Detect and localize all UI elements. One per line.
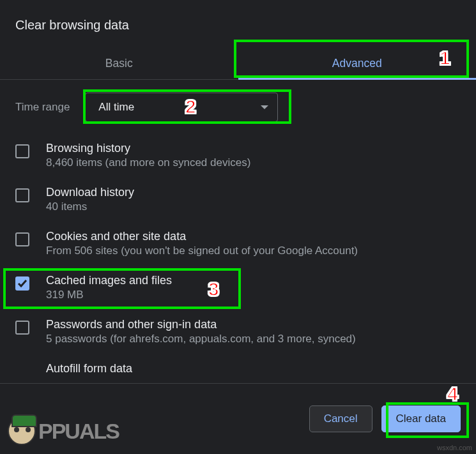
option-passwords[interactable]: Passwords and other sign-in data 5 passw… bbox=[0, 310, 476, 354]
option-text: Cached images and files 319 MB bbox=[46, 274, 172, 301]
option-cookies[interactable]: Cookies and other site data From 506 sit… bbox=[0, 222, 476, 266]
tab-basic-label: Basic bbox=[105, 57, 133, 70]
option-title: Download history bbox=[46, 186, 134, 199]
option-title: Browsing history bbox=[46, 142, 250, 155]
tab-advanced[interactable]: Advanced bbox=[238, 47, 477, 79]
option-title: Cookies and other site data bbox=[46, 230, 358, 243]
option-title: Passwords and other sign-in data bbox=[46, 318, 356, 331]
option-download-history[interactable]: Download history 40 items bbox=[0, 178, 476, 222]
option-autofill-title: Autofill form data bbox=[0, 354, 476, 375]
checkbox-browsing-history[interactable] bbox=[15, 144, 29, 158]
option-cached[interactable]: Cached images and files 319 MB bbox=[0, 266, 476, 310]
option-browsing-history[interactable]: Browsing history 8,460 items (and more o… bbox=[0, 133, 476, 178]
option-title: Cached images and files bbox=[46, 274, 172, 287]
checkbox-passwords[interactable] bbox=[15, 321, 29, 335]
option-text: Browsing history 8,460 items (and more o… bbox=[46, 142, 250, 169]
tab-basic[interactable]: Basic bbox=[0, 47, 238, 79]
time-range-select[interactable]: All time bbox=[85, 93, 278, 122]
option-subtitle: 8,460 items (and more on synced devices) bbox=[46, 156, 250, 169]
tabs: Basic Advanced bbox=[0, 47, 476, 80]
clear-data-button[interactable]: Clear data bbox=[381, 405, 461, 432]
dialog-title: Clear browsing data bbox=[0, 0, 476, 47]
checkbox-cached[interactable] bbox=[15, 276, 29, 291]
checkbox-cookies[interactable] bbox=[15, 232, 29, 246]
checkbox-download-history[interactable] bbox=[15, 188, 29, 202]
option-subtitle: From 506 sites (you won't be signed out … bbox=[46, 245, 358, 257]
clear-browsing-data-dialog: Clear browsing data Basic Advanced Time … bbox=[0, 0, 476, 454]
option-subtitle: 319 MB bbox=[46, 289, 172, 301]
dialog-footer: Cancel Clear data bbox=[0, 384, 476, 448]
time-range-label: Time range bbox=[15, 101, 70, 114]
option-text: Download history 40 items bbox=[46, 186, 134, 213]
cancel-button[interactable]: Cancel bbox=[309, 405, 372, 432]
option-subtitle: 40 items bbox=[46, 201, 134, 213]
time-range-row: Time range All time bbox=[0, 80, 476, 130]
chevron-down-icon bbox=[261, 105, 268, 109]
option-text: Passwords and other sign-in data 5 passw… bbox=[46, 318, 356, 345]
time-range-value: All time bbox=[98, 101, 134, 114]
option-subtitle: 5 passwords (for ahrefs.com, appuals.com… bbox=[46, 333, 356, 345]
tab-advanced-label: Advanced bbox=[332, 57, 382, 70]
options-list: Browsing history 8,460 items (and more o… bbox=[0, 130, 476, 375]
option-text: Cookies and other site data From 506 sit… bbox=[46, 230, 358, 257]
